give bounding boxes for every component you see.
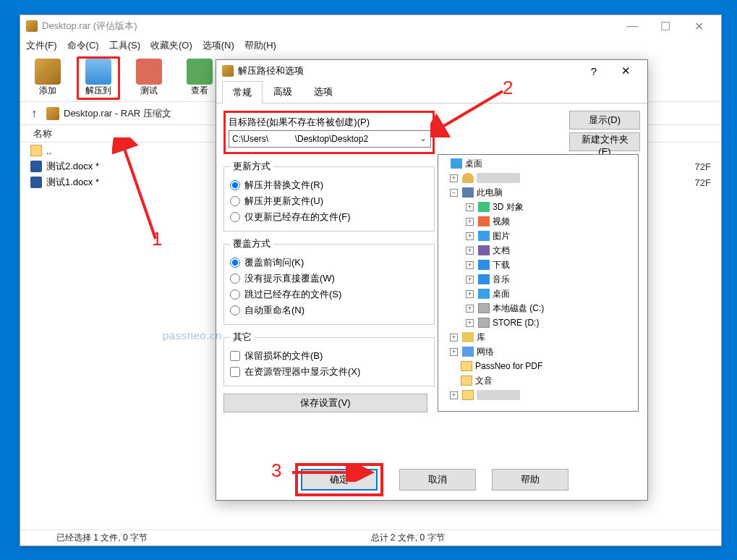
expand-icon[interactable]: +: [466, 261, 474, 269]
menu-command[interactable]: 命令(C): [67, 39, 99, 52]
radio-ask-before-overwrite[interactable]: 覆盖前询问(K): [230, 255, 428, 271]
show-button[interactable]: 显示(D): [569, 111, 640, 130]
radio-extract-update[interactable]: 解压并更新文件(U): [230, 193, 428, 209]
test-icon: [136, 59, 162, 85]
expand-icon[interactable]: +: [450, 348, 458, 356]
extract-dialog: 解压路径和选项 ? ✕ 常规 高级 选项 目标路径(如果不存在将被创建)(P) …: [216, 59, 648, 501]
expand-icon[interactable]: +: [450, 391, 458, 399]
folder-up-icon: [30, 145, 42, 156]
desktop-icon: [478, 289, 490, 299]
rar-icon: [46, 107, 59, 120]
status-total: 总计 2 文件, 0 字节: [371, 532, 686, 544]
menu-help[interactable]: 帮助(H): [244, 39, 276, 52]
docx-icon: [30, 161, 42, 172]
documents-icon: [478, 245, 490, 255]
maximize-button[interactable]: ☐: [649, 15, 682, 37]
radio-extract-replace[interactable]: 解压并替换文件(R): [230, 177, 428, 193]
expand-icon[interactable]: +: [466, 247, 474, 255]
tab-options[interactable]: 选项: [303, 80, 344, 103]
expand-icon[interactable]: +: [450, 334, 458, 341]
dialog-title: 解压路径和选项: [238, 64, 578, 77]
libraries-icon: [462, 332, 474, 342]
desktop-icon: [451, 158, 462, 169]
path-section-highlight: 目标路径(如果不存在将被创建)(P): [223, 111, 435, 154]
dialog-close-button[interactable]: ✕: [610, 64, 642, 77]
radio-auto-rename[interactable]: 自动重命名(N): [230, 302, 428, 318]
destination-path-input[interactable]: [229, 130, 431, 148]
expand-icon[interactable]: +: [450, 174, 458, 182]
folder-icon: [461, 376, 472, 386]
dialog-titlebar: 解压路径和选项 ? ✕: [216, 60, 647, 82]
radio-overwrite-no-prompt[interactable]: 没有提示直接覆盖(W): [230, 271, 428, 287]
video-icon: [478, 216, 490, 226]
expand-icon[interactable]: +: [466, 232, 474, 240]
ok-button[interactable]: 确定: [301, 469, 378, 491]
user-icon: [462, 173, 474, 183]
window-title: Desktop.rar (评估版本): [42, 20, 615, 33]
tool-view[interactable]: 查看: [178, 56, 221, 100]
tab-advanced[interactable]: 高级: [263, 80, 303, 103]
new-folder-button[interactable]: 新建文件夹(E): [569, 132, 640, 151]
expand-icon[interactable]: +: [466, 319, 474, 327]
update-mode-group: 更新方式 解压并替换文件(R) 解压并更新文件(U) 仅更新已经存在的文件(F): [223, 160, 435, 232]
archive-icon: [35, 59, 61, 85]
menu-tools[interactable]: 工具(S): [109, 39, 140, 52]
folder-icon: [461, 361, 472, 371]
pc-icon: [462, 187, 474, 198]
status-selected: 已经选择 1 文件, 0 字节: [56, 532, 371, 544]
expand-icon[interactable]: +: [466, 290, 474, 298]
expand-icon[interactable]: +: [466, 218, 474, 226]
expand-icon[interactable]: +: [466, 305, 474, 313]
destination-path-label: 目标路径(如果不存在将被创建)(P): [229, 116, 431, 129]
close-button[interactable]: ✕: [682, 15, 715, 37]
collapse-icon[interactable]: −: [450, 189, 458, 197]
app-icon: [222, 65, 234, 77]
menu-file[interactable]: 文件(F): [26, 39, 57, 52]
pictures-icon: [478, 231, 490, 241]
disk-icon: [478, 318, 490, 328]
app-icon: [26, 20, 38, 32]
folder-tree[interactable]: 桌面 +xxxxxx −此电脑 +3D 对象 +视频 +图片 +文档 +下载 +…: [438, 154, 639, 412]
check-show-explorer[interactable]: 在资源管理器中显示文件(X): [230, 364, 428, 380]
view-icon: [187, 59, 213, 85]
titlebar: Desktop.rar (评估版本) — ☐ ✕: [20, 15, 721, 37]
statusbar: 已经选择 1 文件, 0 字节 总计 2 文件, 0 字节: [20, 530, 721, 546]
music-icon: [478, 274, 490, 284]
menu-favorites[interactable]: 收藏夹(O): [150, 39, 192, 52]
help-button[interactable]: 帮助: [492, 469, 568, 491]
expand-icon[interactable]: +: [466, 203, 474, 211]
menubar: 文件(F) 命令(C) 工具(S) 收藏夹(O) 选项(N) 帮助(H): [20, 37, 721, 54]
menu-options[interactable]: 选项(N): [203, 39, 234, 52]
network-icon: [462, 347, 474, 357]
dialog-footer: 确定 取消 帮助: [216, 459, 647, 500]
ok-highlight: 确定: [295, 463, 383, 496]
check-keep-broken[interactable]: 保留损坏的文件(B): [230, 348, 428, 364]
tool-extract-to[interactable]: 解压到: [77, 56, 120, 100]
radio-skip-existing[interactable]: 跳过已经存在的文件(S): [230, 287, 428, 302]
docx-icon: [30, 177, 42, 188]
tab-general[interactable]: 常规: [222, 81, 263, 103]
nav-up-icon[interactable]: ↑: [26, 107, 42, 120]
disk-icon: [478, 303, 490, 313]
misc-group: 其它 保留损坏的文件(B) 在资源管理器中显示文件(X): [223, 331, 435, 386]
minimize-button[interactable]: —: [615, 15, 649, 37]
expand-icon[interactable]: +: [466, 276, 474, 284]
folder-icon: [462, 390, 474, 400]
save-settings-button[interactable]: 保存设置(V): [223, 394, 427, 412]
3d-objects-icon: [478, 202, 490, 212]
downloads-icon: [478, 260, 490, 270]
tool-test[interactable]: 测试: [127, 56, 171, 100]
overwrite-mode-group: 覆盖方式 覆盖前询问(K) 没有提示直接覆盖(W) 跳过已经存在的文件(S) 自…: [223, 237, 435, 325]
cancel-button[interactable]: 取消: [399, 469, 476, 491]
radio-update-existing[interactable]: 仅更新已经存在的文件(F): [230, 209, 428, 225]
extract-icon: [85, 59, 111, 85]
dialog-help-button[interactable]: ?: [578, 65, 610, 77]
watermark: passneo.cn: [163, 329, 222, 341]
tool-add[interactable]: 添加: [26, 56, 69, 100]
dialog-tabs: 常规 高级 选项: [216, 82, 647, 103]
